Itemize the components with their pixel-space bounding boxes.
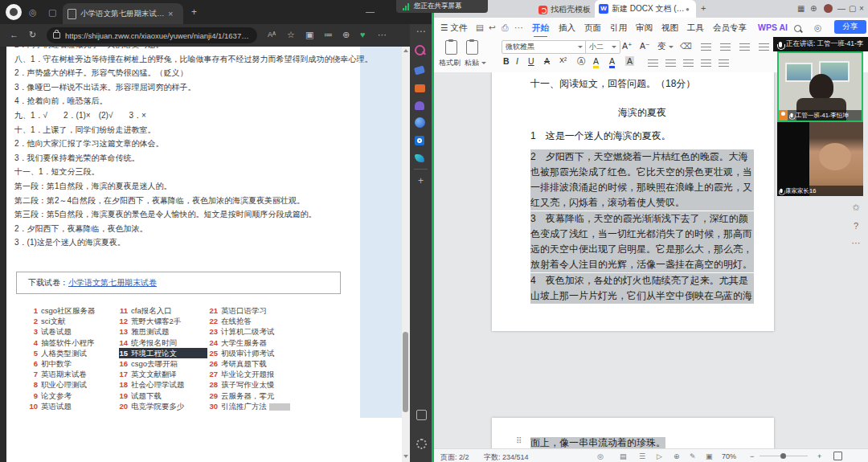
- hot-link[interactable]: 1csgo社区服务器: [29, 305, 117, 316]
- read-aloud-icon[interactable]: Aᴬ: [268, 31, 276, 39]
- hot-link[interactable]: 10英语试题: [29, 401, 117, 411]
- outlook-icon[interactable]: [415, 136, 427, 148]
- sidebar-more-icon[interactable]: ⋯: [846, 238, 866, 248]
- zoom-out-button[interactable]: −: [750, 452, 754, 460]
- paste-icon[interactable]: [445, 40, 457, 55]
- menu-insert[interactable]: 插入: [559, 22, 575, 34]
- browser-essentials-icon[interactable]: ♥: [360, 30, 366, 39]
- fullscreen-icon[interactable]: [833, 452, 842, 460]
- menu-references[interactable]: 引用: [610, 22, 627, 34]
- tab-close-icon[interactable]: ×: [168, 9, 173, 18]
- favorite-star-icon[interactable]: ☆: [287, 30, 295, 40]
- indent-increase-icon[interactable]: [759, 43, 769, 51]
- strikethrough-button[interactable]: A: [544, 56, 550, 66]
- superscript-button[interactable]: X²: [559, 56, 567, 64]
- workspace-box-icon[interactable]: [415, 408, 427, 420]
- hot-link[interactable]: 12荒野大镖客2手: [119, 316, 207, 326]
- indent-decrease-icon[interactable]: [739, 43, 750, 51]
- tab-docer-templates[interactable]: 找稻壳模板: [538, 4, 591, 15]
- sidebar-add-icon[interactable]: +: [410, 175, 432, 186]
- tab-active-document[interactable]: W 新建 DOCX 文档 (3).docx ●: [595, 0, 696, 18]
- new-tab-button[interactable]: +: [191, 6, 197, 18]
- copy-icon[interactable]: [466, 40, 478, 55]
- zoom-level[interactable]: 70%: [722, 452, 736, 460]
- split-screen-icon[interactable]: ▣: [305, 30, 313, 40]
- outline-view-icon[interactable]: ☰: [639, 452, 645, 460]
- gear-icon[interactable]: [415, 437, 427, 449]
- document-page-1[interactable]: 十一、阅读短文，回答问题。（18分） 海滨的夏夜 1 这是一个迷人的海滨的夏夜。…: [492, 72, 774, 331]
- shopping-tag-icon[interactable]: [415, 64, 427, 76]
- highlight-color-button[interactable]: A: [593, 56, 599, 68]
- bullet-list-icon[interactable]: [701, 43, 711, 51]
- globe-icon[interactable]: ⊕: [810, 4, 817, 13]
- grow-font-button[interactable]: A⁺: [622, 41, 633, 51]
- hot-link[interactable]: 13雅思测试题: [119, 326, 207, 337]
- wps-close-button[interactable]: ×: [859, 4, 864, 13]
- ink-pen-icon[interactable]: ✎: [690, 452, 696, 460]
- hot-link[interactable]: 3试卷试题: [29, 326, 117, 337]
- paste-button[interactable]: 粘贴: [465, 58, 486, 68]
- font-size-select[interactable]: 小二: [585, 40, 620, 54]
- italic-button[interactable]: I: [516, 56, 518, 66]
- menu-review[interactable]: 审阅: [636, 22, 653, 34]
- hot-link[interactable]: 21英语口语学习: [209, 305, 297, 316]
- hot-link[interactable]: 29云服务器，零元: [209, 390, 297, 401]
- meeting-avatar-icon[interactable]: [6, 4, 22, 20]
- menu-membership[interactable]: 会员专享: [713, 22, 747, 34]
- download-link[interactable]: 小学语文第七册期末试卷: [68, 277, 157, 288]
- hot-link[interactable]: 9论文参考: [29, 390, 117, 401]
- hot-link[interactable]: 30引流推广方法: [209, 401, 297, 411]
- reload-icon[interactable]: ↻: [29, 30, 36, 40]
- video-tile-speaker[interactable]: 工管一班-41-李恒坤: [777, 51, 863, 122]
- help-icon[interactable]: ?: [846, 221, 866, 231]
- discover-bird-icon[interactable]: [415, 153, 427, 165]
- zoom-in-button[interactable]: +: [817, 452, 821, 460]
- underline-button[interactable]: U: [528, 56, 534, 66]
- wps-sidebar-tools-icon[interactable]: ✩: [846, 202, 866, 213]
- menu-view[interactable]: 视图: [661, 22, 678, 34]
- share-button[interactable]: 分享: [834, 20, 866, 34]
- align-right-icon[interactable]: [683, 59, 694, 67]
- url-field[interactable]: https://shijuan.zww.cn/xiaoxue/yuwen/nia…: [47, 27, 257, 43]
- zoom-slider-handle[interactable]: [780, 453, 786, 459]
- wps-minimize-button[interactable]: —: [837, 4, 845, 13]
- hot-link[interactable]: 22在线抢答: [209, 316, 297, 326]
- video-tile-participant[interactable]: 康家家长16: [777, 122, 863, 196]
- align-center-icon[interactable]: [665, 59, 676, 67]
- hot-link[interactable]: 18社会心理学试题: [119, 379, 207, 390]
- scroll-down-icon[interactable]: [403, 455, 408, 458]
- more-tools-icon[interactable]: ⋯: [514, 22, 523, 32]
- hot-link[interactable]: 17英文文献翻译: [119, 369, 207, 379]
- hot-link[interactable]: 26考研真题下载: [209, 358, 297, 369]
- hot-link[interactable]: 6初中数学: [29, 358, 117, 369]
- hot-link[interactable]: 23计算机二级考试: [209, 326, 297, 337]
- hot-link[interactable]: 25初级审计师考试: [209, 348, 297, 358]
- hot-link[interactable]: 24大学生服务器: [209, 337, 297, 348]
- window-minimize-button[interactable]: —: [366, 6, 375, 16]
- hot-link[interactable]: 4抽签软件小程序: [29, 337, 117, 348]
- shrink-font-button[interactable]: A⁻: [640, 41, 650, 51]
- menu-home[interactable]: 开始: [532, 22, 549, 34]
- hot-link[interactable]: 5人格类型测试: [29, 348, 117, 358]
- drop-swirl-icon[interactable]: [415, 117, 427, 129]
- menu-file[interactable]: ☰ 文件: [440, 22, 467, 34]
- hot-link[interactable]: 16csgo去哪开箱: [119, 358, 207, 369]
- document-page-2[interactable]: ⠿ 面上，像一串串流动着的珍珠。 5 我踏着软绵绵的沙滩，望着这夏夜的景色，心里…: [492, 418, 774, 448]
- read-mode-icon[interactable]: ▷: [657, 452, 662, 460]
- window-layout-icon[interactable]: ▦: [797, 4, 805, 13]
- shading-button[interactable]: A: [625, 56, 634, 66]
- more-menu-icon[interactable]: ⋯: [378, 30, 387, 40]
- font-color-button[interactable]: A: [609, 56, 615, 68]
- hot-link[interactable]: 28孩子写作业太慢: [209, 379, 297, 390]
- focus-mode-icon[interactable]: ▣: [706, 452, 713, 460]
- favorites-bar-icon[interactable]: ≔: [324, 30, 333, 40]
- hot-link[interactable]: 20电竞学院要多少: [119, 401, 207, 411]
- format-painter-button[interactable]: 格式刷: [439, 58, 461, 68]
- pinyin-guide-button[interactable]: Ⓐ: [577, 56, 586, 67]
- page-view-icon[interactable]: ▤: [620, 452, 627, 460]
- save-icon[interactable]: ▤: [476, 22, 484, 32]
- search-icon[interactable]: [415, 45, 427, 57]
- font-name-select[interactable]: 微软雅黑: [502, 40, 587, 54]
- scroll-up-icon[interactable]: [403, 49, 408, 52]
- tools-briefcase-icon[interactable]: [415, 82, 427, 94]
